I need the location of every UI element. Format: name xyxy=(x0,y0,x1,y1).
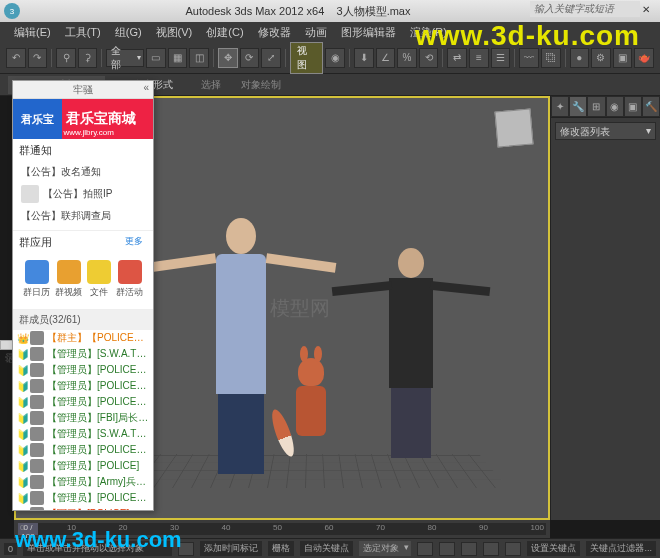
ribbon-group-selection: 选择 xyxy=(201,78,221,92)
render-setup-button[interactable]: ⚙ xyxy=(591,48,611,68)
qq-member-item[interactable]: 🔰【管理员】[POLICE] 特... xyxy=(13,442,153,458)
mirror-button[interactable]: ⇄ xyxy=(447,48,467,68)
qq-member-item[interactable]: 🔰【管理员】[POLICE] NP... xyxy=(13,490,153,506)
hierarchy-tab[interactable]: ⊞ xyxy=(587,96,605,117)
unlink-button[interactable]: ⚳ xyxy=(78,48,98,68)
motion-tab[interactable]: ◉ xyxy=(606,96,624,117)
select-button[interactable]: ▭ xyxy=(146,48,166,68)
menu-create[interactable]: 创建(C) xyxy=(200,23,249,42)
material-button[interactable]: ● xyxy=(570,48,590,68)
key-target-dropdown[interactable]: 选定对象 xyxy=(359,541,411,556)
key-filter-button[interactable]: 关键点过滤器... xyxy=(586,541,656,556)
spinner-snap-button[interactable]: ⟲ xyxy=(419,48,439,68)
qq-member-item[interactable]: 🔰【管理员】[POLICE] 技... xyxy=(13,378,153,394)
prev-frame-button[interactable] xyxy=(439,542,455,556)
activity-icon xyxy=(118,260,142,284)
pivot-button[interactable]: ◉ xyxy=(325,48,345,68)
qq-member-item[interactable]: 🔰【管理员】[S.W.A.T] N... xyxy=(13,346,153,362)
qq-group-panel: 牢骚 « 君乐宝 君乐宝商城 www.jlbry.com 群通知 【公告】改名通… xyxy=(12,80,154,511)
qq-member-item[interactable]: 【军司】[POLICE]空军战... xyxy=(13,506,153,510)
lock-button[interactable] xyxy=(178,542,194,556)
modify-tab[interactable]: 🔧 xyxy=(569,96,587,117)
frame-input[interactable]: 0 xyxy=(4,543,17,555)
rotate-button[interactable]: ⟳ xyxy=(240,48,260,68)
goto-end-button[interactable] xyxy=(505,542,521,556)
qq-notice-item[interactable]: 【公告】联邦调查局 xyxy=(19,206,147,226)
qq-member-item[interactable]: 🔰【管理员】[POLICE] 白... xyxy=(13,394,153,410)
angle-snap-button[interactable]: ∠ xyxy=(376,48,396,68)
scale-button[interactable]: ⤢ xyxy=(261,48,281,68)
qq-member-item[interactable]: 🔰【管理员】[POLICE] 调... xyxy=(13,362,153,378)
menu-tools[interactable]: 工具(T) xyxy=(59,23,107,42)
menu-animation[interactable]: 动画 xyxy=(299,23,333,42)
admin-icon: 🔰 xyxy=(17,477,27,487)
view-cube[interactable] xyxy=(494,108,533,147)
character-fox[interactable] xyxy=(286,358,336,458)
qq-member-item[interactable]: 🔰【管理员】[Army]兵种(18... xyxy=(13,474,153,490)
next-frame-button[interactable] xyxy=(483,542,499,556)
qq-app-video[interactable]: 群视频 xyxy=(55,260,82,299)
qq-app-calendar[interactable]: 群日历 xyxy=(23,260,50,299)
viewport-grid xyxy=(116,454,508,488)
menu-views[interactable]: 视图(V) xyxy=(150,23,199,42)
character-man[interactable] xyxy=(356,248,466,458)
reference-coord-dropdown[interactable]: 视图 xyxy=(290,42,324,74)
qq-notice-item[interactable]: 【公告】拍照IP xyxy=(19,182,147,206)
snap-button[interactable]: ⬇ xyxy=(354,48,374,68)
create-tab[interactable]: ✦ xyxy=(551,96,569,117)
app-logo-icon: 3 xyxy=(4,3,20,19)
select-region-button[interactable]: ◫ xyxy=(189,48,209,68)
time-tag-button[interactable]: 添加时间标记 xyxy=(200,541,262,556)
render-frame-button[interactable]: ▣ xyxy=(613,48,633,68)
calendar-icon xyxy=(25,260,49,284)
select-name-button[interactable]: ▦ xyxy=(168,48,188,68)
render-button[interactable]: 🫖 xyxy=(634,48,654,68)
admin-icon: 🔰 xyxy=(17,413,27,423)
qq-close-button[interactable]: « xyxy=(143,82,149,93)
move-button[interactable]: ✥ xyxy=(218,48,238,68)
auto-key-button[interactable]: 自动关键点 xyxy=(300,541,353,556)
qq-member-item[interactable]: 👑【群主】【POLICE】警察... xyxy=(13,330,153,346)
qq-member-item[interactable]: 🔰【管理员】[S.W.A.T] B... xyxy=(13,426,153,442)
set-key-button[interactable]: 设置关键点 xyxy=(527,541,580,556)
titlebar: 3 Autodesk 3ds Max 2012 x64 3人物模型.max 输入… xyxy=(0,0,660,22)
qq-apps-more-link[interactable]: 更多 xyxy=(125,235,147,254)
qq-member-item[interactable]: 🔰【管理员】[FBI]局长-千... xyxy=(13,410,153,426)
align-button[interactable]: ≡ xyxy=(469,48,489,68)
qq-app-file[interactable]: 文件 xyxy=(87,260,111,299)
qq-member-item[interactable]: 🔰【管理员】[POLICE] xyxy=(13,458,153,474)
qq-ad-banner[interactable]: 君乐宝 君乐宝商城 www.jlbry.com xyxy=(13,99,153,139)
modifier-list-dropdown[interactable]: 修改器列表 xyxy=(555,122,656,140)
qq-app-activity[interactable]: 群活动 xyxy=(116,260,143,299)
avatar-icon xyxy=(30,331,44,345)
utilities-tab[interactable]: 🔨 xyxy=(642,96,660,117)
menu-edit[interactable]: 编辑(E) xyxy=(8,23,57,42)
curve-editor-button[interactable]: 〰 xyxy=(519,48,539,68)
admin-icon: 🔰 xyxy=(17,461,27,471)
menu-graph-editors[interactable]: 图形编辑器 xyxy=(335,23,402,42)
goto-start-button[interactable] xyxy=(417,542,433,556)
menu-modifiers[interactable]: 修改器 xyxy=(252,23,297,42)
avatar-icon xyxy=(30,411,44,425)
admin-icon: 🔰 xyxy=(17,429,27,439)
qq-member-list[interactable]: 👑【群主】【POLICE】警察... 🔰【管理员】[S.W.A.T] N... … xyxy=(13,330,153,510)
timeline[interactable]: 0 / 100 0 10 20 30 40 50 60 70 80 90 100 xyxy=(14,520,550,538)
qq-members-header[interactable]: 群成员(32/61) xyxy=(13,310,153,330)
avatar-icon xyxy=(30,363,44,377)
menubar: 编辑(E) 工具(T) 组(G) 视图(V) 创建(C) 修改器 动画 图形编辑… xyxy=(0,22,660,42)
link-button[interactable]: ⚲ xyxy=(56,48,76,68)
menu-rendering[interactable]: 渲染(R) xyxy=(404,23,453,42)
owner-icon: 👑 xyxy=(17,333,27,343)
display-tab[interactable]: ▣ xyxy=(624,96,642,117)
redo-button[interactable]: ↷ xyxy=(28,48,48,68)
schematic-button[interactable]: ⿻ xyxy=(541,48,561,68)
timeline-track[interactable]: 0 / 100 0 10 20 30 40 50 60 70 80 90 100 xyxy=(18,523,546,535)
layer-button[interactable]: ☰ xyxy=(491,48,511,68)
percent-snap-button[interactable]: % xyxy=(397,48,417,68)
help-search-input[interactable]: 输入关键字或短语 xyxy=(530,1,640,17)
menu-group[interactable]: 组(G) xyxy=(109,23,148,42)
selection-filter-dropdown[interactable]: 全部 xyxy=(106,49,144,67)
undo-button[interactable]: ↶ xyxy=(6,48,26,68)
qq-notice-item[interactable]: 【公告】改名通知 xyxy=(19,162,147,182)
play-button[interactable] xyxy=(461,542,477,556)
